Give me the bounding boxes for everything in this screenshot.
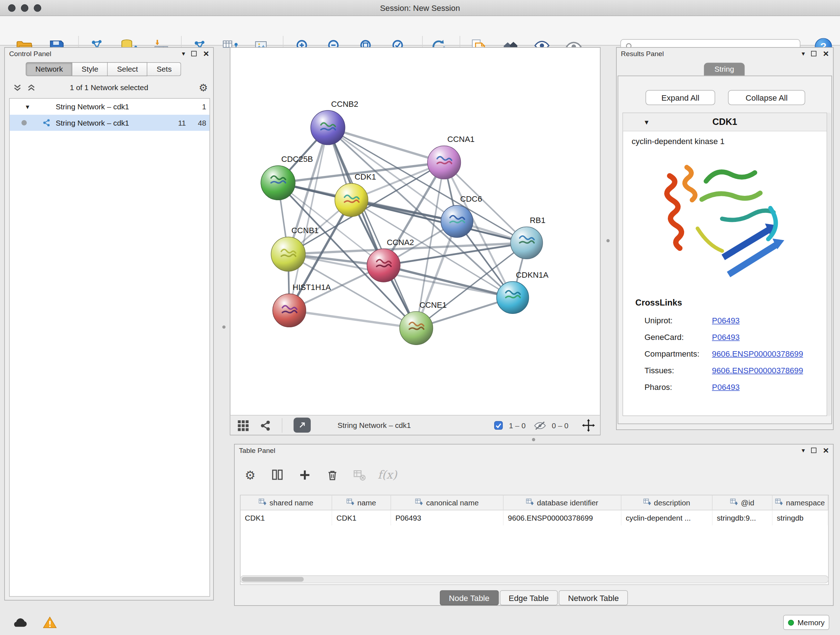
close-panel-icon[interactable]: × bbox=[823, 446, 829, 455]
table-cell[interactable]: CDK1 bbox=[332, 510, 391, 525]
column-header-shared-name[interactable]: shared name bbox=[240, 495, 332, 510]
column-header-name[interactable]: name bbox=[332, 495, 391, 510]
network-node-ccnb1[interactable]: CCNB1 bbox=[271, 226, 319, 271]
results-scrollbar[interactable] bbox=[827, 112, 831, 416]
crosslink-value-link[interactable]: 9606.ENSP00000378699 bbox=[712, 366, 803, 375]
scrollbar-thumb[interactable] bbox=[242, 577, 304, 581]
vertical-splitter-handle[interactable] bbox=[223, 325, 226, 329]
tab-network[interactable]: Network bbox=[26, 62, 73, 76]
collapse-all-button[interactable]: Collapse All bbox=[728, 90, 805, 105]
network-node-ccnb2[interactable]: CCNB2 bbox=[311, 100, 358, 145]
network-share-icon[interactable] bbox=[259, 416, 271, 435]
table-cell[interactable]: stringdb:9... bbox=[713, 510, 773, 525]
close-panel-icon[interactable]: × bbox=[203, 49, 209, 59]
tab-select[interactable]: Select bbox=[108, 62, 147, 76]
collapse-panel-icon[interactable]: ▾ bbox=[802, 447, 805, 454]
pan-move-icon[interactable] bbox=[582, 416, 595, 435]
node-label: CCNA1 bbox=[447, 135, 475, 144]
control-panel-title: Control Panel bbox=[9, 50, 51, 57]
crosslink-value-link[interactable]: 9606.ENSP00000378699 bbox=[712, 349, 803, 358]
current-network-name: String Network – cdk1 bbox=[338, 416, 411, 435]
protein-section-header[interactable]: ▼ CDK1 bbox=[623, 113, 827, 131]
column-header-database-identifier[interactable]: database identifier bbox=[504, 495, 622, 510]
gear-icon[interactable]: ⚙ bbox=[199, 81, 208, 93]
show-columns-icon[interactable] bbox=[267, 465, 287, 485]
add-column-icon[interactable] bbox=[294, 465, 315, 485]
network-row[interactable]: String Network – cdk1 11 48 bbox=[10, 115, 210, 131]
tab-node-table[interactable]: Node Table bbox=[440, 590, 499, 605]
memory-button[interactable]: Memory bbox=[783, 615, 829, 630]
float-panel-icon[interactable] bbox=[812, 51, 817, 57]
crosslink-label: Tissues: bbox=[644, 366, 712, 375]
horizontal-splitter-handle[interactable] bbox=[532, 438, 535, 441]
expand-all-button[interactable]: Expand All bbox=[645, 90, 715, 105]
disclosure-triangle-icon[interactable]: ▼ bbox=[25, 103, 30, 110]
hidden-eye-icon[interactable] bbox=[534, 416, 546, 435]
disclosure-triangle-icon[interactable]: ▼ bbox=[644, 119, 650, 126]
table-gear-icon[interactable]: ⚙ bbox=[240, 465, 260, 485]
network-edge[interactable] bbox=[351, 200, 526, 242]
table-row[interactable]: CDK1CDK1P064939606.ENSP00000378699cyclin… bbox=[240, 510, 829, 525]
window-titlebar: Session: New Session bbox=[0, 0, 840, 16]
network-collection-row[interactable]: ▼ String Network – cdk1 1 bbox=[10, 98, 210, 114]
control-panel: Control Panel ▾ × NetworkStyleSelectSets… bbox=[4, 47, 214, 600]
float-panel-icon[interactable] bbox=[191, 51, 197, 57]
crosslink-value-link[interactable]: P06493 bbox=[712, 382, 740, 391]
table-cell[interactable]: stringdb bbox=[772, 510, 828, 525]
table-header-row: shared namenamecanonical namedatabase id… bbox=[240, 495, 829, 510]
tab-network-table[interactable]: Network Table bbox=[559, 590, 628, 605]
window-title: Session: New Session bbox=[0, 0, 840, 16]
column-header-description[interactable]: description bbox=[622, 495, 713, 510]
main-toolbar: ? bbox=[0, 16, 840, 45]
tab-edge-table[interactable]: Edge Table bbox=[500, 590, 558, 605]
network-edge[interactable] bbox=[328, 127, 444, 162]
network-node-cdk1[interactable]: CDK1 bbox=[335, 172, 376, 217]
node-label: CDC6 bbox=[460, 195, 482, 203]
network-node-cdc25b[interactable]: CDC25B bbox=[261, 155, 313, 200]
open-in-new-window-button[interactable] bbox=[294, 418, 311, 432]
tab-sets[interactable]: Sets bbox=[148, 62, 181, 76]
column-header-namespace[interactable]: namespace bbox=[772, 495, 828, 510]
node-label: CDKN1A bbox=[516, 271, 548, 279]
close-panel-icon[interactable]: × bbox=[823, 49, 829, 59]
column-sort-icon bbox=[415, 498, 423, 507]
table-horizontal-scrollbar[interactable] bbox=[240, 575, 829, 583]
control-panel-tabs: NetworkStyleSelectSets bbox=[26, 62, 181, 76]
delete-column-icon[interactable] bbox=[322, 465, 342, 485]
collapse-panel-icon[interactable]: ▾ bbox=[182, 50, 185, 57]
warnings-button[interactable] bbox=[40, 614, 60, 630]
table-cell[interactable]: P06493 bbox=[391, 510, 504, 525]
network-node-rb1[interactable]: RB1 bbox=[510, 216, 546, 259]
crosslink-value-link[interactable]: P06493 bbox=[712, 333, 740, 341]
collapse-panel-icon[interactable]: ▾ bbox=[802, 50, 805, 57]
network-node-cdkn1a[interactable]: CDKN1A bbox=[497, 271, 549, 314]
network-view: CCNB2CCNA1CDC25BCDK1CDC6RB1CCNB1CCNA2CDK… bbox=[230, 47, 600, 435]
selected-checkbox[interactable] bbox=[494, 416, 503, 435]
network-canvas[interactable]: CCNB2CCNA1CDC25BCDK1CDC6RB1CCNB1CCNA2CDK… bbox=[231, 48, 600, 415]
crosslink-value-link[interactable]: P06493 bbox=[712, 316, 740, 325]
function-builder-icon-disabled: f(x) bbox=[377, 465, 398, 485]
node-label: HIST1H1A bbox=[293, 283, 331, 292]
column-sort-icon bbox=[775, 498, 783, 507]
node-label: CCNB1 bbox=[292, 226, 319, 235]
network-node-hist1h1a[interactable]: HIST1H1A bbox=[273, 283, 331, 327]
table-cell[interactable]: CDK1 bbox=[240, 510, 332, 525]
vertical-splitter-handle[interactable] bbox=[606, 239, 609, 242]
table-cell[interactable]: cyclin-dependent ... bbox=[622, 510, 713, 525]
column-sort-icon bbox=[730, 498, 737, 507]
column-header-id[interactable]: @id bbox=[713, 495, 773, 510]
network-node-ccna1[interactable]: CCNA1 bbox=[428, 135, 475, 179]
column-sort-icon bbox=[259, 498, 266, 507]
column-header-canonical-name[interactable]: canonical name bbox=[391, 495, 504, 510]
crosslink-label: Uniprot: bbox=[644, 316, 712, 325]
birdseye-grid-icon[interactable] bbox=[237, 416, 250, 435]
float-panel-icon[interactable] bbox=[812, 448, 817, 453]
cloud-status-button[interactable] bbox=[10, 614, 30, 630]
tab-string[interactable]: String bbox=[704, 63, 745, 76]
table-cell[interactable]: 9606.ENSP00000378699 bbox=[504, 510, 622, 525]
network-selection-status: 1 of 1 Network selected bbox=[5, 83, 213, 92]
network-edge[interactable] bbox=[289, 310, 416, 328]
node-label: CDC25B bbox=[281, 155, 313, 164]
network-edge[interactable] bbox=[328, 127, 416, 328]
tab-style[interactable]: Style bbox=[73, 62, 108, 76]
